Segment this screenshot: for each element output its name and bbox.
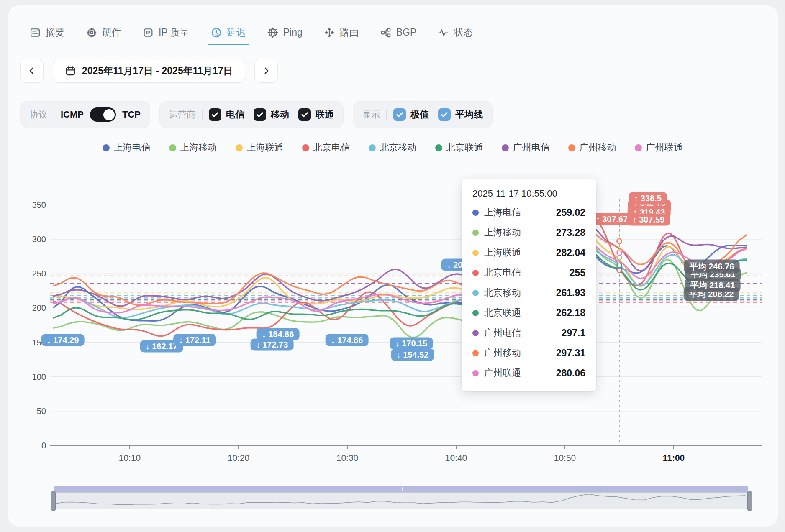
legend-item-0[interactable]: 上海电信 [103,141,151,154]
tooltip-series-name: 北京移动 [484,286,551,299]
tooltip-series-dot-icon [472,210,479,216]
checkbox-label: 移动 [271,108,289,121]
checkbox-average[interactable]: 平均线 [438,108,483,121]
svg-text:24: 24 [215,33,219,36]
tooltip-series-name: 广州电信 [484,327,556,339]
legend-label: 北京电信 [313,141,350,154]
tab-bar: 摘要硬件IPIP 质量24延迟Ping路由BGP状态 [20,20,765,45]
tooltip-series-name: 北京联通 [484,307,551,319]
checkbox-checked-icon [254,108,266,121]
tab-hardware[interactable]: 硬件 [86,20,121,45]
svg-text:150: 150 [32,338,46,347]
svg-text:IP: IP [146,30,150,35]
tab-summary[interactable]: 摘要 [29,20,65,45]
date-range-button[interactable]: 2025年11月17日 - 2025年11月17日 [53,59,245,83]
legend-dot-icon [635,144,642,151]
tab-label: 延迟 [227,26,246,39]
legend-label: 广州电信 [513,141,550,154]
datazoom-slider-bar[interactable] [54,486,748,492]
protocol-option-icmp[interactable]: ICMP [61,109,84,120]
ip-quality-icon: IP [142,27,154,38]
chart-tooltip: 2025-11-17 10:55:00 上海电信259.02上海移动273.28… [462,179,596,391]
legend-dot-icon [435,144,442,151]
tooltip-series-value: 297.1 [561,327,585,339]
tooltip-row: 北京电信255 [472,263,585,283]
tooltip-series-value: 261.93 [556,287,585,299]
legend-item-7[interactable]: 广州移动 [568,141,616,154]
legend-item-6[interactable]: 广州电信 [502,141,550,154]
protocol-option-tcp[interactable]: TCP [122,109,141,120]
checkbox-extremes[interactable]: 极值 [393,108,429,121]
prev-date-button[interactable] [20,59,44,83]
isp-group-label: 运营商 [169,109,195,120]
tab-label: 状态 [454,26,473,39]
tooltip-series-dot-icon [472,330,479,336]
tab-label: 硬件 [102,26,121,39]
tooltip-timestamp: 2025-11-17 10:55:00 [472,188,585,199]
chevron-right-icon [262,66,271,75]
svg-text:10:40: 10:40 [445,453,467,463]
datazoom-minimap[interactable] [54,492,748,509]
legend-item-5[interactable]: 北京联通 [435,141,483,154]
tooltip-series-dot-icon [472,370,479,376]
tooltip-series-name: 北京电信 [484,266,564,279]
tooltip-series-name: 上海电信 [484,206,551,219]
tab-label: IP 质量 [159,26,190,39]
tooltip-series-dot-icon [472,310,479,316]
divider [202,110,203,120]
bgp-tree-icon [380,27,392,38]
svg-text:250: 250 [32,269,46,278]
tooltip-row: 北京移动261.93 [472,283,585,303]
svg-text:11:00: 11:00 [663,453,685,463]
checkbox-unicom[interactable]: 联通 [298,108,334,121]
tooltip-series-dot-icon [472,290,479,296]
legend-label: 广州移动 [580,141,616,154]
tooltip-series-value: 297.31 [556,348,585,359]
checkbox-checked-icon [209,108,221,121]
tab-status[interactable]: 状态 [437,20,473,45]
tooltip-row: 北京联通262.18 [472,303,585,323]
tab-bgp[interactable]: BGP [380,20,417,45]
chevron-left-icon [27,66,36,75]
legend-label: 广州联通 [646,141,683,154]
tooltip-series-value: 259.02 [556,207,585,218]
svg-text:100: 100 [32,372,46,381]
tooltip-row: 上海移动273.28 [472,223,585,243]
legend-label: 北京移动 [380,141,417,154]
svg-text:10:10: 10:10 [119,453,141,463]
divider [54,110,54,120]
legend-dot-icon [302,144,309,151]
calendar-icon [65,65,76,77]
latency-clock-icon: 24 [210,27,222,38]
tooltip-series-dot-icon [472,230,479,236]
svg-text:10:20: 10:20 [228,453,250,463]
tab-ping[interactable]: Ping [267,20,303,45]
datazoom-left-handle[interactable] [51,491,56,511]
tab-label: 路由 [340,26,359,39]
toggle-knob [103,109,115,120]
checkbox-telecom[interactable]: 电信 [209,108,244,121]
datazoom-right-handle[interactable] [747,491,752,511]
checkbox-label: 电信 [226,108,244,121]
legend-item-2[interactable]: 上海联通 [236,141,284,154]
tooltip-series-name: 上海移动 [484,226,551,239]
legend-item-8[interactable]: 广州联通 [635,141,683,154]
summary-icon [29,27,41,38]
tab-ip-quality[interactable]: IPIP 质量 [142,20,190,45]
svg-text:350: 350 [32,200,46,210]
tooltip-row: 上海联通282.04 [472,243,585,263]
legend-item-4[interactable]: 北京移动 [369,141,417,154]
next-date-button[interactable] [254,59,278,83]
svg-text:300: 300 [32,235,46,244]
legend-item-1[interactable]: 上海移动 [169,141,217,154]
tab-label: Ping [283,27,303,38]
slider-grip-icon [400,487,403,491]
route-arrows-icon [323,27,335,38]
tooltip-row: 广州联通280.06 [472,363,585,383]
protocol-toggle[interactable] [90,107,116,122]
tab-latency[interactable]: 24延迟 [210,20,246,45]
checkbox-checked-icon [298,108,311,121]
legend-item-3[interactable]: 北京电信 [302,141,350,154]
checkbox-mobile[interactable]: 移动 [254,108,289,121]
tab-route[interactable]: 路由 [323,20,359,45]
